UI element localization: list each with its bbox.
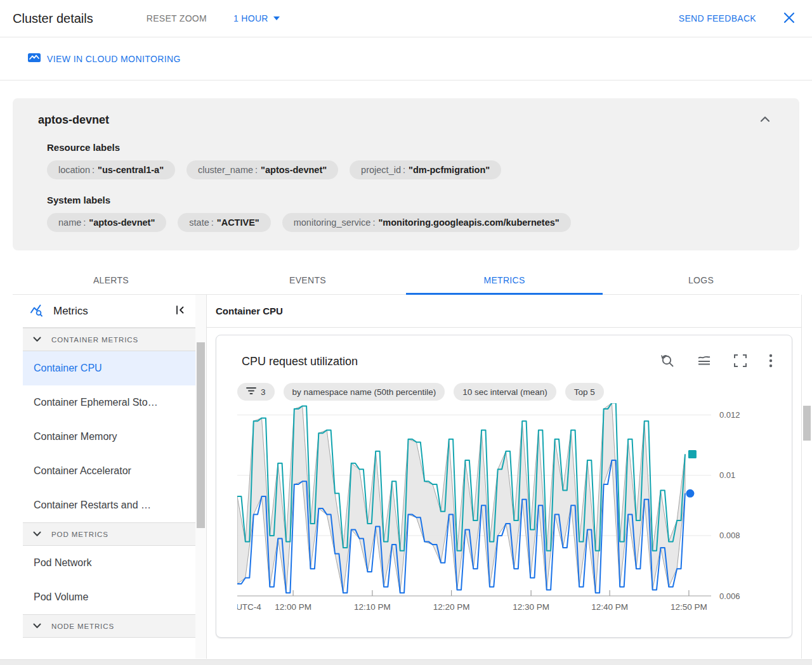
y-tick-label: 0.01 [719,470,735,480]
monitoring-link-bar: VIEW IN CLOUD MONITORING [0,37,812,81]
tab-logs[interactable]: LOGS [603,266,799,294]
chevron-up-icon [760,115,770,124]
sidebar-item-container-accelerator[interactable]: Container Accelerator [23,454,195,488]
y-tick-label: 0.008 [719,531,740,540]
x-tick-label: 12:50 PM [671,602,707,612]
collapse-sidebar-button[interactable] [174,304,187,318]
fullscreen-button[interactable] [732,352,749,371]
series-band [237,403,685,593]
tab-events[interactable]: EVENTS [209,266,406,294]
fullscreen-icon [733,354,747,370]
x-tick-label: 12:30 PM [513,602,549,612]
monitoring-chart-icon [28,53,41,65]
chip-by-namespace-name-50th-percentile[interactable]: by namespace name (50th percentile) [284,383,445,401]
zoom-reset-button[interactable] [658,352,676,371]
section-header-pod-metrics[interactable]: POD METRICS [23,522,195,546]
chip-10-sec-interval-mean[interactable]: 10 sec interval (mean) [454,383,556,401]
collapse-card-button[interactable] [757,112,773,127]
metric-panel-header: Container CPU [207,295,801,328]
sidebar-item-container-ephemeral-sto[interactable]: Container Ephemeral Sto… [23,385,195,420]
metric-detail-panel: Container CPU CPU request utilization [206,295,802,659]
sidebar-title: Metrics [53,305,88,318]
chevron-down-icon [273,16,280,20]
label-pill-cluster-name: cluster_name :"aptos-devnet" [187,160,338,179]
cpu-utilization-chart[interactable]: 0.0060.0080.010.01212:00 PM12:10 PM12:20… [237,403,769,616]
main-scrollbar-thumb[interactable] [803,406,811,441]
sidebar-scrollbar [195,295,206,659]
close-button[interactable] [782,10,797,27]
tab-alerts[interactable]: ALERTS [13,266,209,294]
label-pill-monitoring-service: monitoring_service :"monitoring.googleap… [282,213,571,232]
sidebar-scrollbar-thumb[interactable] [197,342,205,528]
reset-zoom-button[interactable]: RESET ZOOM [141,8,212,29]
y-tick-label: 0.012 [719,410,740,420]
chart-chips: 3by namespace name (50th percentile)10 s… [216,371,792,401]
tabs: ALERTSEVENTSMETRICSLOGS [13,266,799,295]
top-header: Cluster details RESET ZOOM 1 HOUR SEND F… [0,0,812,37]
main-scrollbar [802,295,812,659]
sidebar-item-container-restarts-and[interactable]: Container Restarts and … [23,488,195,522]
section-header-container-metrics[interactable]: CONTAINER METRICS [23,328,195,351]
time-range-label: 1 HOUR [233,13,268,23]
more-vert-icon [769,354,773,370]
label-pill-project-id: project_id :"dm-pcfmigration" [350,160,501,179]
filter-icon [246,387,256,397]
metrics-chart-search-icon [29,302,44,320]
sidebar-item-pod-network[interactable]: Pod Network [23,546,195,580]
timezone-label: UTC-4 [237,602,261,612]
cluster-name: aptos-devnet [38,113,787,127]
view-in-cloud-monitoring-link[interactable]: VIEW IN CLOUD MONITORING [24,52,185,65]
zoom-reset-icon [660,353,675,370]
section-header-node-metrics[interactable]: NODE METRICS [23,614,195,638]
x-tick-label: 12:40 PM [591,602,628,612]
sidebar-sections: CONTAINER METRICSContainer CPUContainer … [23,328,195,638]
sidebar-header: Metrics [23,295,195,328]
chip-top-5[interactable]: Top 5 [565,383,604,401]
more-options-button[interactable] [768,352,774,371]
label-pill-name: name :"aptos-devnet" [47,213,166,232]
cluster-summary-card: aptos-devnet Resource labels location :"… [13,98,799,250]
label-pill-state: state :"ACTIVE" [178,213,270,232]
sidebar-item-pod-volume[interactable]: Pod Volume [23,580,195,614]
resource-labels-title: Resource labels [47,142,787,153]
sidebar-item-container-cpu[interactable]: Container CPU [23,351,195,385]
teal-end-marker [688,450,697,458]
content-area: Metrics CONTAINER METRICSContainer CPUCo… [23,295,812,659]
chip-3[interactable]: 3 [237,383,275,401]
page-title: Cluster details [13,11,93,26]
system-labels-row: name :"aptos-devnet"state :"ACTIVE"monit… [47,213,787,232]
sidebar-item-container-memory[interactable]: Container Memory [23,420,195,454]
collapse-panel-icon [175,305,185,317]
time-range-dropdown[interactable]: 1 HOUR [228,8,285,29]
horizontal-scrollbar-track[interactable] [0,659,812,665]
x-tick-label: 12:20 PM [433,602,470,612]
close-icon [783,11,796,26]
metrics-sidebar: Metrics CONTAINER METRICSContainer CPUCo… [23,295,195,659]
chart-lines-icon [697,353,712,370]
label-pill-location: location :"us-central1-a" [47,160,175,179]
chevron-down-icon [33,336,41,344]
chart-toolbar [658,352,774,371]
chevron-down-icon [33,623,41,630]
chart: 0.0060.0080.010.01212:00 PM12:10 PM12:20… [216,401,792,619]
y-tick-label: 0.006 [719,591,740,601]
monitoring-link-label: VIEW IN CLOUD MONITORING [47,54,181,64]
system-labels-title: System labels [47,195,787,205]
x-tick-label: 12:00 PM [275,602,311,612]
blue-end-marker [686,489,694,498]
x-tick-label: 12:10 PM [354,602,391,612]
tab-metrics[interactable]: METRICS [406,266,603,294]
metric-panel-title: Container CPU [216,306,283,316]
chevron-down-icon [33,531,41,538]
send-feedback-button[interactable]: SEND FEEDBACK [675,13,760,24]
chart-title: CPU request utilization [242,355,358,368]
chart-mode-button[interactable] [695,352,713,371]
resource-labels-row: location :"us-central1-a"cluster_name :"… [47,160,787,179]
chart-card: CPU request utilization [216,335,792,638]
